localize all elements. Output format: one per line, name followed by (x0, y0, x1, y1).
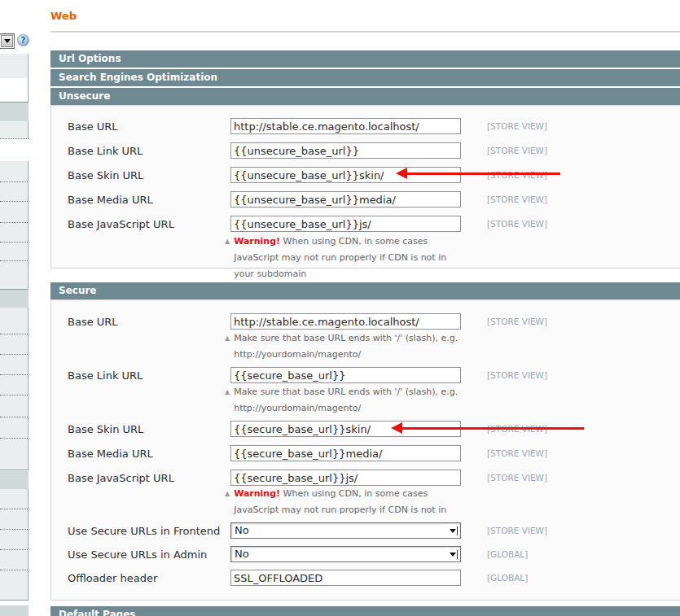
sidebar-nav-item[interactable] (0, 201, 28, 222)
section-header-secure[interactable]: Secure (50, 282, 680, 299)
field-row-base-media-url: Base Media URL [STORE VIEW] (51, 445, 680, 463)
field-row-base-url: Base URL [STORE VIEW] (51, 118, 680, 136)
sidebar-nav-item[interactable] (0, 570, 28, 601)
secure-base-url-input[interactable] (230, 313, 461, 330)
sidebar-group-header[interactable] (0, 471, 29, 489)
field-row-base-url: Base URL [STORE VIEW] (51, 313, 680, 331)
warning-label: Warning! (234, 236, 280, 247)
field-label: Base URL (68, 120, 118, 133)
sidebar-nav-item[interactable] (0, 308, 28, 334)
help-icon[interactable]: ? (17, 34, 29, 46)
field-label: Use Secure URLs in Admin (68, 548, 207, 561)
note-triangle-icon: ▲ (225, 330, 230, 347)
sidebar-nav-item[interactable] (0, 417, 28, 438)
sidebar-nav-item[interactable] (0, 121, 29, 139)
sidebar-group-header[interactable] (0, 605, 29, 616)
field-row-base-skin-url: Base Skin URL [STORE VIEW] (51, 167, 680, 185)
sidebar-group-header[interactable] (0, 103, 29, 121)
sidebar-nav-item[interactable] (0, 242, 28, 260)
field-label: Base URL (68, 316, 118, 328)
unsecure-base-link-url-input[interactable] (230, 142, 461, 159)
arrow-head-icon (396, 168, 407, 179)
sidebar-nav-item[interactable] (0, 54, 29, 78)
field-label: Offloader header (68, 572, 157, 584)
arrow-head-icon (391, 422, 402, 434)
config-scope-select[interactable] (0, 33, 15, 49)
sidebar-nav-item[interactable] (0, 78, 29, 103)
use-secure-urls-frontend-select[interactable]: No (230, 522, 461, 539)
chevron-down-icon[interactable] (1, 35, 13, 47)
sidebar-nav-item[interactable] (0, 438, 28, 470)
selected-value: No (235, 547, 249, 561)
sidebar-nav-item[interactable] (0, 354, 28, 374)
unsecure-base-url-input[interactable] (230, 118, 461, 134)
sidebar-group-header[interactable] (0, 290, 29, 308)
selected-value: No (235, 523, 249, 538)
sidebar-nav-item[interactable] (0, 529, 28, 549)
scope-label: [STORE VIEW] (487, 473, 547, 483)
sidebar-nav-item[interactable] (0, 161, 28, 181)
chevron-down-icon[interactable] (447, 524, 459, 537)
scope-label: [STORE VIEW] (487, 219, 547, 229)
page-title: Web (50, 10, 77, 22)
sidebar-nav-item[interactable] (0, 260, 28, 288)
field-label: Base Link URL (68, 369, 143, 382)
note-text: Make sure that base URL ends with '/' (s… (234, 384, 463, 417)
field-row-base-link-url: Base Link URL [STORE VIEW] (51, 367, 680, 385)
offloader-header-input[interactable] (230, 570, 461, 586)
scope-label: [STORE VIEW] (487, 317, 547, 326)
sidebar-nav-item[interactable] (0, 509, 28, 529)
note-triangle-icon: ▲ (225, 234, 230, 250)
field-row-base-link-url: Base Link URL [STORE VIEW] (51, 142, 680, 160)
unsecure-base-media-url-input[interactable] (230, 191, 461, 208)
sidebar-nav-item[interactable] (0, 549, 28, 570)
annotation-arrow-unsecure-skin (396, 168, 560, 179)
unsecure-fieldset: Base URL [STORE VIEW] Base Link URL [STO… (50, 105, 680, 269)
field-row-base-skin-url: Base Skin URL [STORE VIEW] (51, 421, 680, 439)
warning-note: ▲ Warning! When using CDN, in some cases… (225, 234, 463, 282)
sidebar-nav-item[interactable] (0, 334, 28, 354)
scope-label: [STORE VIEW] (487, 121, 547, 131)
note-text: Make sure that base URL ends with '/' (s… (234, 330, 463, 363)
field-note: ▲ Make sure that base URL ends with '/' … (225, 384, 463, 417)
sidebar-nav-group (0, 161, 29, 290)
sidebar-nav-item[interactable] (0, 181, 28, 201)
section-header-url-options[interactable]: Url Options (50, 50, 680, 68)
scope-label: [STORE VIEW] (487, 448, 547, 458)
field-row-use-secure-frontend: Use Secure URLs in Frontend No [STORE VI… (51, 522, 680, 540)
section-header-seo[interactable]: Search Engines Optimization (50, 69, 680, 86)
scope-label: [GLOBAL] (487, 573, 528, 583)
chevron-down-icon[interactable] (447, 548, 459, 561)
use-secure-urls-admin-select[interactable]: No (230, 546, 461, 562)
field-note: ▲ Make sure that base URL ends with '/' … (225, 330, 463, 363)
field-label: Base JavaScript URL (68, 218, 174, 230)
sidebar-nav-group (0, 308, 29, 470)
note-triangle-icon: ▲ (225, 486, 230, 502)
sidebar-nav-item[interactable] (0, 374, 28, 395)
sidebar-nav-group (0, 489, 29, 601)
field-label: Base Media URL (68, 194, 153, 206)
secure-base-javascript-url-input[interactable] (230, 470, 461, 486)
field-label: Base Skin URL (68, 423, 143, 435)
field-row-base-media-url: Base Media URL [STORE VIEW] (51, 191, 680, 209)
field-row-use-secure-admin: Use Secure URLs in Admin No [GLOBAL] (51, 546, 680, 564)
secure-base-link-url-input[interactable] (230, 367, 461, 383)
field-label: Base Skin URL (68, 169, 143, 181)
magento-config-web-page: ? Web Url Options Search Engines Optimiz… (0, 0, 680, 616)
field-label: Base Link URL (68, 145, 143, 157)
scope-label: [STORE VIEW] (487, 146, 547, 155)
unsecure-base-javascript-url-input[interactable] (230, 216, 461, 232)
annotation-arrow-secure-skin (391, 422, 584, 434)
section-header-unsecure[interactable]: Unsecure (50, 88, 680, 105)
secure-fieldset: Base URL [STORE VIEW] ▲ Make sure that b… (50, 299, 680, 601)
section-header-default-pages[interactable]: Default Pages (50, 606, 680, 616)
field-label: Base Media URL (68, 448, 153, 460)
sidebar-nav-item[interactable] (0, 395, 28, 417)
sidebar-nav-item[interactable] (0, 489, 28, 509)
sidebar-nav-item[interactable] (0, 222, 28, 242)
scope-label: [STORE VIEW] (487, 194, 547, 204)
scope-label: [STORE VIEW] (487, 526, 547, 535)
field-label: Base JavaScript URL (68, 472, 174, 484)
scope-label: [STORE VIEW] (487, 370, 547, 380)
secure-base-media-url-input[interactable] (230, 445, 461, 461)
